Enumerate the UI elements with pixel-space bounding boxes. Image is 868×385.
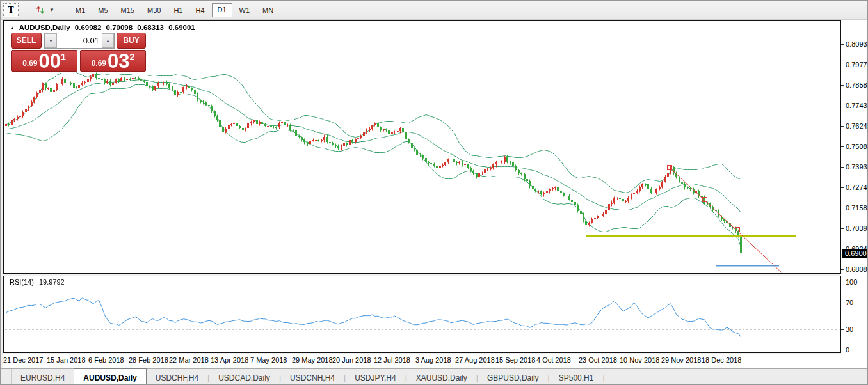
timeframe-h1[interactable]: H1: [168, 4, 188, 17]
tab-xauusd-daily[interactable]: XAUUSD,Daily: [407, 369, 476, 385]
timeframe-m15[interactable]: M15: [115, 4, 140, 17]
tab-separator: |: [602, 369, 604, 385]
date-tick-label: 15 Sep 2018: [495, 356, 535, 364]
rsi-indicator-value: 19.9792: [39, 278, 65, 286]
buy-price-prefix: 0.69: [92, 59, 106, 68]
arrange-dropdown-caret[interactable]: ▼: [48, 4, 56, 17]
tab-usdjpy-h4[interactable]: USDJPY,H4: [346, 369, 405, 385]
ohlc-close: 0.69001: [168, 24, 195, 31]
date-tick-label: 23 Oct 2018: [579, 356, 617, 364]
collapse-panel-icon[interactable]: ▲: [10, 25, 15, 31]
timeframe-group: M1M5M15M30H1H4D1W1MN: [69, 3, 280, 17]
chart-symbol: AUDUSD,Daily: [19, 24, 70, 31]
date-tick-label: 18 Dec 2018: [702, 356, 741, 364]
sort-arrows-icon: [36, 5, 45, 15]
ohlc-high: 0.70098: [106, 24, 133, 31]
current-price-badge: 0.69001: [842, 249, 868, 258]
timeframe-m5[interactable]: M5: [92, 4, 113, 17]
date-tick-label: 28 Feb 2018: [129, 356, 168, 364]
arrange-symbols-button[interactable]: [33, 4, 48, 17]
tab-sp500-h1[interactable]: SP500,H1: [550, 369, 603, 385]
date-tick-label: 27 Aug 2018: [455, 356, 495, 364]
date-tick-label: 20 Jun 2018: [332, 356, 371, 364]
sell-price-big: 00: [39, 52, 61, 71]
text-tool-icon: T: [8, 5, 13, 15]
timeframe-d1[interactable]: D1: [212, 3, 232, 17]
volume-spinner: ▼ 0.01 ▲: [44, 33, 115, 49]
spinner-down-icon: ▼: [49, 38, 53, 43]
toolbar: T ▼ M1M5M15M30H1H4D1W1MN: [1, 1, 867, 20]
spinner-up-icon: ▲: [106, 38, 110, 43]
ohlc-low: 0.68313: [137, 24, 164, 31]
date-tick-label: 22 Mar 2018: [169, 356, 209, 364]
date-tick-label: 13 Apr 2018: [211, 356, 248, 364]
date-tick-label: 6 Feb 2018: [88, 356, 124, 364]
text-tool-button[interactable]: T: [3, 3, 19, 17]
chart-title: ▲ AUDUSD,Daily 0.69982 0.70098 0.68313 0…: [10, 24, 198, 31]
timeframe-w1[interactable]: W1: [234, 4, 256, 17]
volume-decrease-button[interactable]: ▼: [45, 33, 57, 48]
sell-price-sup: 1: [61, 52, 66, 62]
date-tick-label: 12 Jul 2018: [374, 356, 410, 364]
date-tick-label: 10 Nov 2018: [620, 356, 659, 364]
tab-usdcnh-h4[interactable]: USDCNH,H4: [281, 369, 344, 385]
timeframe-mn[interactable]: MN: [257, 4, 279, 17]
volume-increase-button[interactable]: ▲: [102, 33, 114, 48]
chevron-down-icon: ▼: [49, 7, 54, 13]
buy-price-display[interactable]: 0.69 03 2: [80, 50, 146, 72]
rsi-indicator-pane: [3, 276, 841, 353]
sell-button[interactable]: SELL: [11, 33, 42, 49]
tab-usdcad-daily[interactable]: USDCAD,Daily: [209, 369, 279, 385]
tab-audusd-daily[interactable]: AUDUSD,Daily: [74, 368, 146, 385]
price-axis[interactable]: 0.809300.797750.785850.774300.762400.750…: [841, 20, 868, 368]
tab-eurusd-h4[interactable]: EURUSD,H4: [12, 369, 74, 385]
buy-button[interactable]: BUY: [117, 33, 146, 49]
toolbar-separator: [285, 3, 285, 17]
date-tick-label: 4 Oct 2018: [536, 356, 571, 364]
rsi-label: RSI(14) 19.9792: [10, 278, 68, 286]
date-tick-label: 15 Jan 2018: [47, 356, 86, 364]
toolbar-grip[interactable]: [61, 4, 65, 17]
buy-price-sup: 2: [130, 52, 135, 62]
chart-tab-bar: EURUSD,H4AUDUSD,DailyUSDCHF,H4|USDCAD,Da…: [1, 368, 867, 385]
tab-bar-stub: [1, 369, 12, 385]
ohlc-open: 0.69982: [75, 24, 102, 31]
rsi-chart-canvas[interactable]: [4, 276, 840, 352]
timeframe-m1[interactable]: M1: [70, 4, 91, 17]
sell-price-prefix: 0.69: [22, 59, 37, 68]
sell-price-display[interactable]: 0.69 00 1: [11, 50, 77, 72]
tab-usdchf-h4[interactable]: USDCHF,H4: [147, 369, 207, 385]
date-tick-label: 7 May 2018: [250, 356, 287, 364]
rsi-indicator-name: RSI(14): [10, 278, 34, 286]
date-tick-label: 29 Nov 2018: [661, 356, 701, 364]
date-axis[interactable]: 21 Dec 201715 Jan 20186 Feb 201828 Feb 2…: [3, 354, 868, 368]
tab-gbpusd-daily[interactable]: GBPUSD,Daily: [478, 369, 548, 385]
date-tick-label: 3 Aug 2018: [415, 356, 451, 364]
volume-input[interactable]: 0.01: [57, 33, 102, 48]
date-tick-label: 21 Dec 2017: [3, 356, 43, 364]
date-tick-label: 29 May 2018: [292, 356, 333, 364]
buy-price-big: 03: [108, 52, 129, 71]
timeframe-h4[interactable]: H4: [189, 4, 210, 17]
mt4-terminal-window: T ▼ M1M5M15M30H1H4D1W1MN ▲ AUDUSD,Daily …: [0, 0, 868, 385]
timeframe-m30[interactable]: M30: [141, 4, 166, 17]
